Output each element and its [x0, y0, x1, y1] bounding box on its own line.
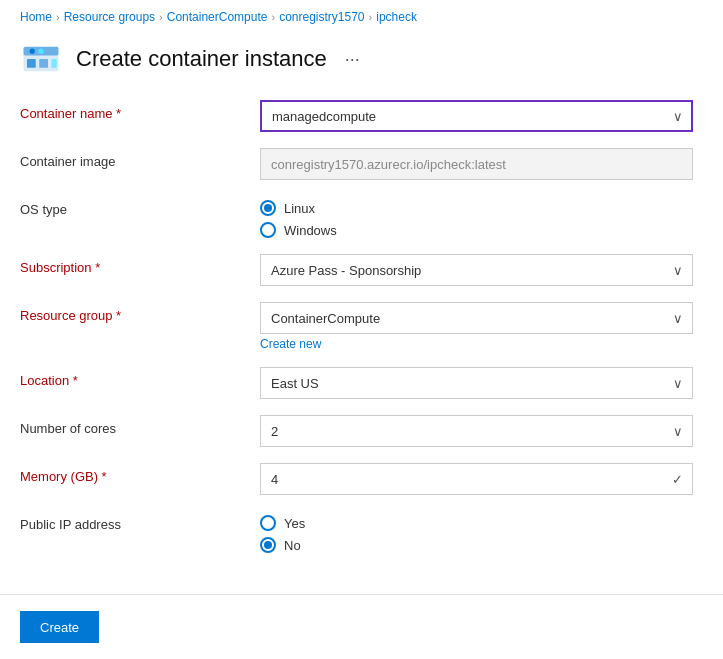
- public-ip-yes-label: Yes: [284, 516, 305, 531]
- resource-group-control: ContainerCompute Create new: [260, 302, 693, 351]
- svg-rect-4: [27, 59, 36, 68]
- public-ip-label: Public IP address: [20, 511, 260, 532]
- breadcrumb-resource-groups[interactable]: Resource groups: [64, 10, 155, 24]
- svg-point-3: [38, 49, 43, 54]
- container-name-row: Container name managedcompute: [20, 100, 693, 132]
- page-menu-dots[interactable]: ···: [345, 49, 360, 70]
- resource-group-row: Resource group ContainerCompute Create n…: [20, 302, 693, 351]
- container-name-control: managedcompute: [260, 100, 693, 132]
- location-control: East US: [260, 367, 693, 399]
- public-ip-no-item[interactable]: No: [260, 537, 693, 553]
- public-ip-row: Public IP address Yes No: [20, 511, 693, 553]
- location-select[interactable]: East US: [260, 367, 693, 399]
- subscription-select[interactable]: Azure Pass - Sponsorship: [260, 254, 693, 286]
- footer: Create: [0, 594, 723, 659]
- os-type-windows-radio[interactable]: [260, 222, 276, 238]
- breadcrumb-sep-1: ›: [56, 11, 60, 23]
- breadcrumb: Home › Resource groups › ContainerComput…: [0, 0, 723, 30]
- public-ip-yes-item[interactable]: Yes: [260, 515, 693, 531]
- os-type-linux-label: Linux: [284, 201, 315, 216]
- subscription-label: Subscription: [20, 254, 260, 275]
- memory-row: Memory (GB) 4 1 2 8: [20, 463, 693, 495]
- page-header: Create container instance ···: [0, 30, 723, 96]
- subscription-control: Azure Pass - Sponsorship: [260, 254, 693, 286]
- cores-row: Number of cores 2 1 4: [20, 415, 693, 447]
- container-image-control: [260, 148, 693, 180]
- os-type-windows-label: Windows: [284, 223, 337, 238]
- cores-control: 2 1 4: [260, 415, 693, 447]
- container-instance-icon: [20, 38, 62, 80]
- memory-control: 4 1 2 8: [260, 463, 693, 495]
- create-new-link[interactable]: Create new: [260, 337, 693, 351]
- public-ip-radio-group: Yes No: [260, 511, 693, 553]
- os-type-control: Linux Windows: [260, 196, 693, 238]
- container-image-row: Container image: [20, 148, 693, 180]
- memory-label: Memory (GB): [20, 463, 260, 484]
- breadcrumb-ipcheck[interactable]: ipcheck: [376, 10, 417, 24]
- create-button[interactable]: Create: [20, 611, 99, 643]
- container-name-select[interactable]: managedcompute: [260, 100, 693, 132]
- os-type-row: OS type Linux Windows: [20, 196, 693, 238]
- breadcrumb-home[interactable]: Home: [20, 10, 52, 24]
- form-container: Container name managedcompute Container …: [0, 96, 723, 589]
- os-type-radio-group: Linux Windows: [260, 196, 693, 238]
- cores-label: Number of cores: [20, 415, 260, 436]
- svg-point-2: [30, 49, 35, 54]
- public-ip-yes-radio[interactable]: [260, 515, 276, 531]
- breadcrumb-registry[interactable]: conregistry1570: [279, 10, 364, 24]
- container-image-label: Container image: [20, 148, 260, 169]
- svg-rect-6: [52, 59, 57, 68]
- breadcrumb-sep-4: ›: [369, 11, 373, 23]
- os-type-windows-item[interactable]: Windows: [260, 222, 693, 238]
- subscription-row: Subscription Azure Pass - Sponsorship: [20, 254, 693, 286]
- os-type-label: OS type: [20, 196, 260, 217]
- public-ip-control: Yes No: [260, 511, 693, 553]
- public-ip-no-radio[interactable]: [260, 537, 276, 553]
- resource-group-label: Resource group: [20, 302, 260, 323]
- os-type-linux-item[interactable]: Linux: [260, 200, 693, 216]
- location-row: Location East US: [20, 367, 693, 399]
- cores-select[interactable]: 2 1 4: [260, 415, 693, 447]
- container-name-label: Container name: [20, 100, 260, 121]
- breadcrumb-container-compute[interactable]: ContainerCompute: [167, 10, 268, 24]
- os-type-linux-radio[interactable]: [260, 200, 276, 216]
- resource-group-select[interactable]: ContainerCompute: [260, 302, 693, 334]
- container-image-input: [260, 148, 693, 180]
- public-ip-no-label: No: [284, 538, 301, 553]
- svg-rect-5: [39, 59, 48, 68]
- breadcrumb-sep-2: ›: [159, 11, 163, 23]
- breadcrumb-sep-3: ›: [271, 11, 275, 23]
- location-label: Location: [20, 367, 260, 388]
- page-title: Create container instance: [76, 46, 327, 72]
- memory-select[interactable]: 4 1 2 8: [260, 463, 693, 495]
